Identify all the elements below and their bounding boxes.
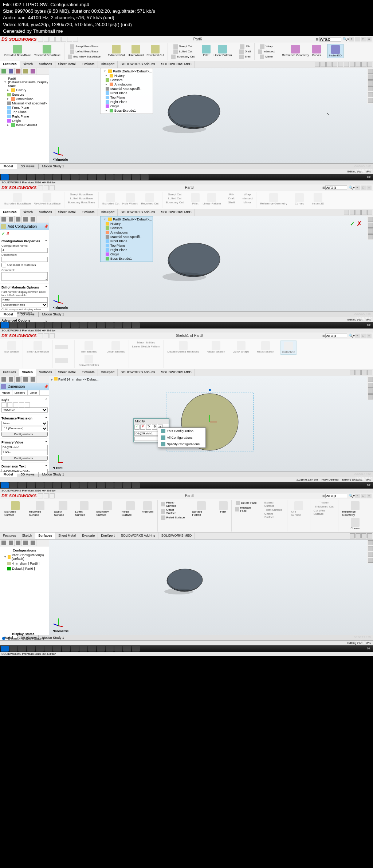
tab-sketch[interactable]: Sketch <box>20 209 36 216</box>
task-app-11[interactable] <box>97 174 105 180</box>
ok-button[interactable]: ✓ <box>1 231 5 236</box>
boundary-surface-btn[interactable]: Boundary Surface <box>95 501 120 517</box>
linear-pattern-btn[interactable]: Linear Pattern <box>212 44 233 57</box>
prev-view-btn[interactable] <box>326 62 331 67</box>
flyout-boss[interactable]: Boss-Extrude1 <box>101 256 152 261</box>
task-app[interactable] <box>114 482 122 488</box>
maximize-btn[interactable]: □ <box>361 334 366 338</box>
appearances-btn[interactable] <box>368 92 373 97</box>
task-app[interactable] <box>88 322 96 328</box>
display-mgr-tab[interactable] <box>29 216 36 223</box>
leaders-tab[interactable]: Leaders <box>12 390 28 395</box>
search-icon[interactable]: 🔍▾ <box>343 37 349 41</box>
configs-button[interactable]: Configurations... <box>1 432 48 437</box>
graphics-viewport[interactable]: ▸ Part6 (4_in_diam<<Defau... Modify ✓ ✗ … <box>49 376 373 471</box>
draft-btn[interactable]: Draft <box>238 49 252 54</box>
lofted-cut-btn[interactable]: Lofted Cut <box>172 49 193 54</box>
modify-reverse[interactable]: ↻ <box>146 425 151 430</box>
tab-sketch[interactable]: Sketch <box>19 533 36 539</box>
tp-btn[interactable] <box>368 552 373 557</box>
search-icon[interactable]: 🔍▾ <box>349 334 355 338</box>
flyout-root[interactable]: ▾Part6 (Default<<Default>... <box>101 69 152 73</box>
task-app[interactable] <box>106 646 114 652</box>
fillet-btn[interactable]: Fillet <box>200 44 212 57</box>
start-btn[interactable] <box>1 174 9 180</box>
task-app[interactable] <box>18 482 26 488</box>
model-tab[interactable]: Model <box>0 472 17 477</box>
style-btn[interactable] <box>13 402 18 407</box>
task-app-8[interactable] <box>71 174 79 180</box>
fm-tab[interactable] <box>0 376 7 383</box>
curves-btn[interactable]: Curves <box>310 44 322 57</box>
value-tab[interactable]: Value <box>0 390 12 395</box>
maximize-btn[interactable]: □ <box>361 186 366 190</box>
rect-tool[interactable] <box>59 345 64 349</box>
task-app-4[interactable] <box>36 174 44 180</box>
modify-cancel[interactable]: ✗ <box>140 425 145 430</box>
tol-select[interactable]: None <box>1 421 48 426</box>
boundary-cut-btn[interactable]: Boundary Cut <box>170 54 196 59</box>
tolprec-header[interactable]: Tolerance/Precision⌃ <box>1 416 48 421</box>
minimize-btn[interactable]: − <box>355 186 360 190</box>
dm-tab[interactable] <box>29 539 36 546</box>
planar-surface-btn[interactable]: Planar Surface <box>160 501 186 508</box>
3dviews-tab[interactable]: 3D Views <box>17 164 39 169</box>
edit-appearance-btn[interactable] <box>356 62 361 67</box>
confirm-cancel[interactable]: ✗ <box>357 220 362 227</box>
flyout-front-plane[interactable]: Front Plane <box>101 91 152 95</box>
tab-evaluate[interactable]: Evaluate <box>79 533 98 539</box>
task-app-9[interactable] <box>79 174 87 180</box>
tab-surfaces[interactable]: Surfaces <box>35 533 55 539</box>
task-app[interactable] <box>53 646 61 652</box>
task-app[interactable] <box>27 646 35 652</box>
replace-face-btn[interactable]: Replace Face <box>234 506 259 513</box>
point-tool[interactable] <box>64 358 68 363</box>
tab-sheetmetal[interactable]: Sheet Metal <box>55 61 79 68</box>
view-btn[interactable] <box>356 533 361 538</box>
task-app[interactable] <box>88 646 96 652</box>
graphics-viewport[interactable]: *Isometric <box>49 539 373 635</box>
task-app[interactable] <box>114 322 122 328</box>
tree-material[interactable]: Material <not specified> <box>1 101 47 105</box>
comment-input[interactable] <box>1 272 48 281</box>
taskpane-btn[interactable] <box>368 234 373 239</box>
feature-mgr-tab[interactable] <box>0 216 7 223</box>
dx-tab[interactable] <box>22 539 29 546</box>
sw-resources-btn[interactable] <box>368 69 373 74</box>
use-bom-check[interactable] <box>1 263 6 267</box>
other-tab[interactable]: Other <box>28 390 40 395</box>
extruded-surface-btn[interactable]: Extruded Surface <box>3 501 27 517</box>
config-props-header[interactable]: Configuration Properties⌃ <box>1 239 48 244</box>
help-btn[interactable]: ? <box>349 37 354 41</box>
qat-btn[interactable] <box>44 333 49 338</box>
save-btn[interactable] <box>50 37 55 42</box>
tab-mbd[interactable]: SOLIDWORKS MBD <box>158 61 195 68</box>
options-btn[interactable] <box>73 37 78 42</box>
undo-btn[interactable] <box>61 37 66 42</box>
tab-surfaces[interactable]: Surfaces <box>36 369 55 376</box>
arc-tool[interactable] <box>55 358 59 363</box>
tree-root[interactable]: ▾Part6 (Default<<Default>_Display State <box>1 76 47 88</box>
tab-features[interactable]: Features <box>0 209 20 216</box>
pin-icon[interactable]: 📌 <box>44 224 48 228</box>
task-app-16[interactable] <box>141 174 149 180</box>
task-app-7[interactable] <box>62 174 70 180</box>
tab-surfaces[interactable]: Surfaces <box>36 61 55 68</box>
qat-btn[interactable] <box>38 493 43 498</box>
minimize-btn[interactable]: − <box>355 494 360 498</box>
flyout-annotations[interactable]: ▸Annotations <box>101 82 152 87</box>
search-icon[interactable]: 🔍▾ <box>349 186 355 190</box>
minimize-btn[interactable]: − <box>355 334 360 338</box>
maximize-btn[interactable]: □ <box>361 494 366 498</box>
task-app[interactable] <box>79 482 87 488</box>
task-app[interactable] <box>88 482 96 488</box>
shell-btn[interactable]: Shell <box>238 54 252 59</box>
circle-tool[interactable] <box>64 345 68 349</box>
close-btn[interactable]: × <box>366 494 372 498</box>
graphics-viewport[interactable]: ▾Part6 (Default<<Default>... ▸History Se… <box>49 68 373 163</box>
close-btn[interactable]: × <box>366 186 372 190</box>
pm-tab[interactable] <box>7 539 15 546</box>
task-app[interactable] <box>79 322 87 328</box>
modify-ok[interactable]: ✓ <box>134 425 140 430</box>
ref-geom-btn[interactable]: Reference Geometry <box>280 44 310 57</box>
